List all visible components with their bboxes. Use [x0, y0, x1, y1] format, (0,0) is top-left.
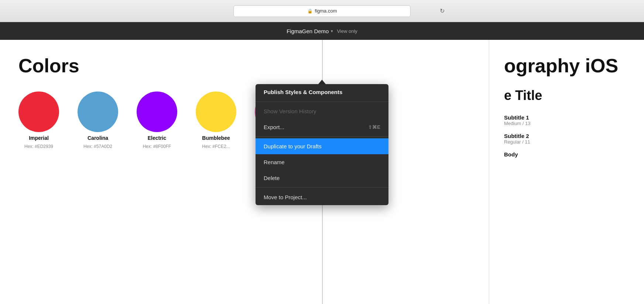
colors-title: Colors: [18, 55, 470, 77]
dropdown-menu: Publish Styles & Components Show Version…: [256, 84, 388, 205]
menu-label-duplicate: Duplicate to your Drafts: [264, 143, 322, 149]
typography-panel: ography iOS e Title Subtitle 1 Medium / …: [489, 40, 644, 304]
menu-item-publish[interactable]: Publish Styles & Components: [256, 84, 388, 100]
typography-title: ography iOS: [504, 55, 629, 77]
menu-divider-2: [256, 137, 388, 137]
menu-item-move-to-project[interactable]: Move to Project...: [256, 189, 388, 205]
color-item-bumblebee: Bumblebee Hex: #FCE2...: [196, 91, 236, 149]
color-circle-carolina: [78, 91, 118, 132]
project-name: FigmaGen Demo: [287, 28, 329, 34]
project-title-group[interactable]: FigmaGen Demo ▾: [287, 28, 333, 34]
type-detail-subtitle1: Medium / 13: [504, 121, 629, 126]
menu-label-publish: Publish Styles & Components: [264, 89, 342, 95]
figma-topbar: FigmaGen Demo ▾ View only: [0, 22, 644, 40]
color-name-imperial: Imperial: [29, 135, 49, 141]
menu-label-version-history: Show Version History: [264, 108, 316, 114]
menu-label-delete: Delete: [264, 175, 280, 181]
menu-item-version-history: Show Version History: [256, 103, 388, 119]
color-hex-electric: Hex: #8F00FF: [143, 144, 171, 149]
color-hex-carolina: Hex: #57A0D2: [83, 144, 112, 149]
url-text: figma.com: [315, 8, 337, 14]
browser-chrome: 🔒 figma.com ↻: [0, 0, 644, 22]
main-content: Colors Imperial Hex: #ED2939 Carolina He…: [0, 40, 644, 304]
large-title-sample: e Title: [504, 88, 629, 103]
type-item-subtitle2: Subtitle 2 Regular / 11: [504, 133, 629, 145]
color-name-electric: Electric: [148, 135, 167, 141]
type-item-body: Body: [504, 151, 629, 158]
color-item-carolina: Carolina Hex: #57A0D2: [78, 91, 118, 149]
dropdown-arrow: [318, 80, 326, 84]
colors-panel: Colors Imperial Hex: #ED2939 Carolina He…: [0, 40, 489, 304]
menu-item-rename[interactable]: Rename: [256, 154, 388, 170]
lock-icon: 🔒: [307, 8, 313, 14]
color-name-bumblebee: Bumblebee: [202, 135, 230, 141]
menu-label-export: Export...: [264, 124, 284, 130]
color-circle-bumblebee: [196, 91, 236, 132]
chevron-down-icon: ▾: [331, 29, 333, 34]
view-only-badge: View only: [337, 28, 357, 34]
type-name-subtitle1: Subtitle 1: [504, 114, 629, 121]
color-circle-electric: [137, 91, 177, 132]
menu-item-export[interactable]: Export... ⇧⌘E: [256, 119, 388, 135]
menu-divider-1: [256, 101, 388, 102]
refresh-button[interactable]: ↻: [440, 7, 445, 14]
color-circle-imperial: [18, 91, 59, 132]
menu-label-move-to-project: Move to Project...: [264, 194, 307, 200]
type-detail-subtitle2: Regular / 11: [504, 139, 629, 145]
export-shortcut: ⇧⌘E: [368, 124, 380, 130]
type-name-subtitle2: Subtitle 2: [504, 133, 629, 139]
menu-item-duplicate[interactable]: Duplicate to your Drafts: [256, 138, 388, 154]
address-bar[interactable]: 🔒 figma.com: [233, 5, 411, 17]
menu-item-delete[interactable]: Delete: [256, 170, 388, 186]
menu-label-rename: Rename: [264, 159, 285, 165]
menu-divider-3: [256, 187, 388, 188]
colors-grid: Imperial Hex: #ED2939 Carolina Hex: #57A…: [18, 91, 470, 149]
color-name-carolina: Carolina: [88, 135, 108, 141]
color-item-imperial: Imperial Hex: #ED2939: [18, 91, 59, 149]
color-hex-bumblebee: Hex: #FCE2...: [202, 144, 230, 149]
color-hex-imperial: Hex: #ED2939: [24, 144, 53, 149]
color-item-electric: Electric Hex: #8F00FF: [137, 91, 177, 149]
type-item-subtitle1: Subtitle 1 Medium / 13: [504, 114, 629, 126]
type-name-body: Body: [504, 151, 629, 158]
